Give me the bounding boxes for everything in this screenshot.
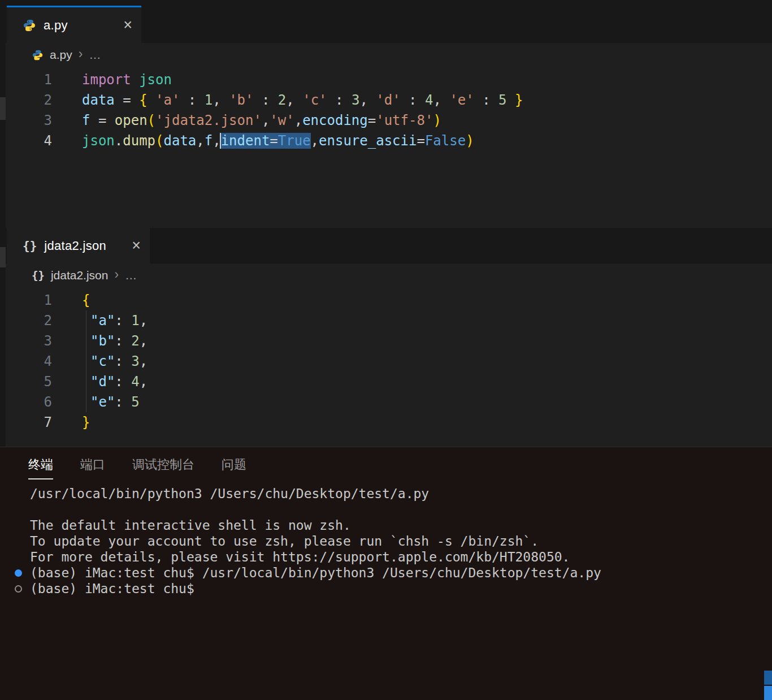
breadcrumb-more[interactable]: … bbox=[89, 48, 101, 62]
left-edge-marker bbox=[0, 97, 6, 120]
breadcrumb-file[interactable]: jdata2.json bbox=[51, 269, 109, 282]
terminal-text: The default interactive shell is now zsh… bbox=[30, 517, 351, 533]
tab-label: a.py bbox=[44, 18, 68, 33]
panel-tab[interactable]: 调试控制台 bbox=[132, 456, 194, 479]
vscode-window: a.py × a.py › … 1import json2data = { 'a… bbox=[0, 0, 772, 700]
line-number: 6 bbox=[0, 392, 52, 412]
code-line[interactable]: 3f = open('jdata2.json','w',encoding='ut… bbox=[0, 110, 772, 131]
line-number: 1 bbox=[0, 70, 52, 90]
terminal-line: /usr/local/bin/python3 /Users/chu/Deskto… bbox=[0, 486, 772, 502]
chevron-right-icon: › bbox=[114, 268, 119, 283]
breadcrumb-file[interactable]: a.py bbox=[50, 48, 72, 62]
tab-bar-python: a.py × bbox=[0, 0, 772, 43]
line-number: 1 bbox=[0, 290, 52, 310]
line-number: 5 bbox=[0, 371, 52, 392]
line-number: 3 bbox=[0, 110, 52, 131]
code-line[interactable]: 2"a": 1, bbox=[0, 310, 772, 331]
code-line[interactable]: 6"e": 5 bbox=[0, 392, 772, 412]
json-code-editor[interactable]: 1{2"a": 1,3"b": 2,4"c": 3,5"d": 4,6"e": … bbox=[0, 290, 772, 433]
panel-tab-bar: 终端端口调试控制台问题 bbox=[0, 447, 772, 479]
terminal-text: (base) iMac:test chu$ /usr/local/bin/pyt… bbox=[30, 565, 601, 581]
code-line[interactable]: 2data = { 'a' : 1, 'b' : 2, 'c' : 3, 'd'… bbox=[0, 90, 772, 110]
terminal-line: (base) iMac:test chu$ /usr/local/bin/pyt… bbox=[0, 565, 772, 581]
code-line[interactable]: 7} bbox=[0, 412, 772, 433]
python-icon bbox=[23, 19, 36, 32]
right-edge-accent bbox=[764, 671, 772, 700]
left-edge-marker bbox=[0, 247, 6, 267]
left-edge-strip bbox=[0, 0, 6, 447]
indent-guide bbox=[86, 351, 86, 371]
terminal-text: (base) iMac:test chu$ bbox=[30, 581, 194, 597]
terminal-line: The default interactive shell is now zsh… bbox=[0, 517, 772, 533]
close-icon[interactable]: × bbox=[132, 238, 141, 253]
command-prompt-icon[interactable] bbox=[15, 585, 22, 593]
terminal-text: /usr/local/bin/python3 /Users/chu/Deskto… bbox=[30, 486, 429, 502]
line-number: 4 bbox=[0, 131, 52, 151]
terminal-gutter bbox=[0, 569, 30, 577]
python-icon bbox=[32, 49, 44, 61]
breadcrumb-json[interactable]: {} jdata2.json › … bbox=[0, 263, 772, 287]
tab-jdata2-json[interactable]: {} jdata2.json × bbox=[7, 228, 150, 263]
json-icon: {} bbox=[32, 269, 45, 282]
line-number: 7 bbox=[0, 412, 52, 433]
right-accent-block bbox=[764, 686, 772, 700]
tab-a-py[interactable]: a.py × bbox=[7, 6, 141, 43]
code-line[interactable]: 3"b": 2, bbox=[0, 331, 772, 351]
terminal-text: For more details, please visit https://s… bbox=[30, 549, 570, 565]
close-icon[interactable]: × bbox=[123, 18, 132, 33]
command-success-icon[interactable] bbox=[15, 569, 22, 577]
code-line[interactable]: 1import json bbox=[0, 70, 772, 90]
tab-label: jdata2.json bbox=[44, 239, 106, 253]
code-line[interactable]: 1{ bbox=[0, 290, 772, 310]
line-number: 2 bbox=[0, 90, 52, 110]
terminal-line: For more details, please visit https://s… bbox=[0, 549, 772, 565]
breadcrumb-more[interactable]: … bbox=[125, 269, 137, 282]
code-line[interactable]: 5"d": 4, bbox=[0, 371, 772, 392]
python-code-editor[interactable]: 1import json2data = { 'a' : 1, 'b' : 2, … bbox=[0, 70, 772, 151]
panel-tab[interactable]: 端口 bbox=[80, 456, 105, 479]
terminal-line: (base) iMac:test chu$ bbox=[0, 581, 772, 597]
breadcrumb-python[interactable]: a.py › … bbox=[0, 43, 772, 67]
line-number: 2 bbox=[0, 310, 52, 331]
terminal-gutter bbox=[0, 585, 30, 593]
bottom-panel: 终端端口调试控制台问题 /usr/local/bin/python3 /User… bbox=[0, 447, 772, 700]
terminal-text: To update your account to use zsh, pleas… bbox=[30, 533, 539, 549]
editor-group-python: a.py × a.py › … 1import json2data = { 'a… bbox=[0, 0, 772, 228]
panel-tab[interactable]: 终端 bbox=[28, 456, 53, 479]
terminal[interactable]: /usr/local/bin/python3 /Users/chu/Deskto… bbox=[0, 479, 772, 597]
code-line[interactable]: 4json.dump(data,f,indent=True,ensure_asc… bbox=[0, 131, 772, 151]
indent-guide bbox=[86, 371, 86, 392]
panel-tab[interactable]: 问题 bbox=[222, 456, 246, 479]
indent-guide bbox=[86, 310, 86, 331]
terminal-line: To update your account to use zsh, pleas… bbox=[0, 533, 772, 549]
tab-bar-json: {} jdata2.json × bbox=[0, 228, 772, 263]
terminal-line bbox=[0, 502, 772, 517]
json-icon: {} bbox=[23, 239, 37, 253]
line-number: 3 bbox=[0, 331, 52, 351]
editor-group-json: {} jdata2.json × {} jdata2.json › … 1{2"… bbox=[0, 228, 772, 447]
right-accent-block bbox=[764, 671, 772, 685]
indent-guide bbox=[86, 392, 86, 412]
indent-guide bbox=[86, 331, 86, 351]
chevron-right-icon: › bbox=[79, 47, 83, 62]
code-line[interactable]: 4"c": 3, bbox=[0, 351, 772, 371]
line-number: 4 bbox=[0, 351, 52, 371]
